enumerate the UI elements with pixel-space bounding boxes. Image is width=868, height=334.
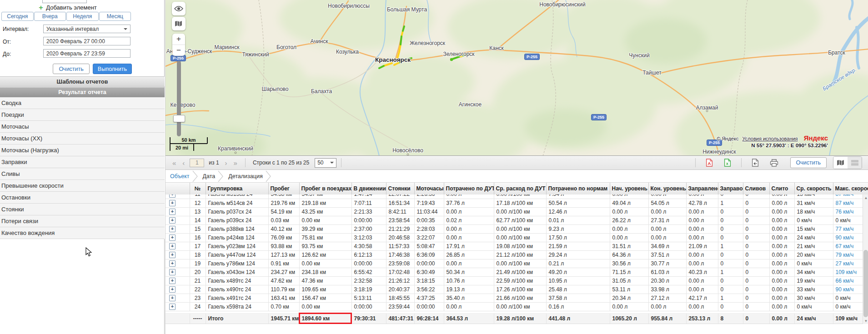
column-header[interactable]: Стоянки <box>386 183 414 194</box>
table-cell: 14 <box>190 216 206 224</box>
column-header[interactable]: Кон. уровень <box>648 183 686 194</box>
sidebar-item-моточасы[interactable]: Моточасы <box>0 121 165 133</box>
scroll-down-icon[interactable]: ▼ <box>863 318 868 324</box>
quick-range-button[interactable]: Месяц <box>99 12 131 21</box>
column-header[interactable]: Заправлено <box>686 183 718 194</box>
scrollbar-thumb[interactable] <box>863 250 868 317</box>
first-page-button[interactable]: « <box>172 159 176 167</box>
quick-range-button[interactable]: Неделя <box>66 12 99 21</box>
vertical-scrollbar[interactable]: ▲ ▼ <box>863 194 868 324</box>
interval-select[interactable]: Указанный интервал <box>43 25 130 33</box>
breadcrumb-item[interactable]: Объект <box>170 173 190 179</box>
table-cell: 26.22 л <box>610 216 648 224</box>
column-header[interactable] <box>166 183 190 194</box>
column-header[interactable]: Ср. расход по ДУТ <box>494 183 546 194</box>
expand-row-button[interactable]: + <box>169 278 176 284</box>
table-row: +14Газель р039сх 240.03 км0.00 км0:00:00… <box>166 216 868 224</box>
table-cell: 1945.71 км <box>268 313 299 324</box>
column-header[interactable]: Слито <box>769 183 794 194</box>
column-header[interactable]: Группировка <box>206 183 268 194</box>
column-header[interactable]: В движении <box>351 183 386 194</box>
column-header[interactable]: Ср. скорость <box>794 183 833 194</box>
expand-row-button[interactable]: + <box>169 269 176 275</box>
table-cell: 0.00 км <box>299 302 351 311</box>
column-header[interactable]: Нач. уровень <box>610 183 648 194</box>
table-cell: Газель р388кв 124 <box>206 224 268 233</box>
sidebar-item-заправки[interactable]: Заправки <box>0 156 165 168</box>
expand-row-button[interactable]: + <box>169 286 176 293</box>
page-number-input[interactable]: 1 <box>190 159 204 167</box>
column-header[interactable]: Потрачено по нормам <box>546 183 610 194</box>
table-cell: 0 <box>743 250 769 259</box>
breadcrumb-item[interactable]: Дата <box>203 173 216 179</box>
expand-row-button[interactable]: + <box>169 209 176 215</box>
table-cell: 0.00 л <box>686 302 718 311</box>
table-cell: 23:58:54 <box>386 216 414 224</box>
table-cell: 96:28:14 <box>414 313 444 324</box>
sidebar-item-стоянки[interactable]: Стоянки <box>0 204 165 215</box>
map-panel[interactable]: НовобирилюссыБольшая МуртаНовобирюсински… <box>166 0 868 156</box>
sidebar-item-поездки[interactable]: Поездки <box>0 109 165 121</box>
sidebar-item-превышение-скорости[interactable]: Превышение скорости <box>0 180 165 192</box>
table-cell: 9.23 л <box>546 224 610 233</box>
result-section-header[interactable]: Результат отчета <box>0 87 165 97</box>
layers-button[interactable] <box>172 17 186 30</box>
breadcrumb-item[interactable]: Детализация <box>228 173 262 179</box>
expand-row-button[interactable]: + <box>169 226 176 232</box>
zoom-slider-track[interactable] <box>177 61 181 136</box>
expand-row-button[interactable]: + <box>169 194 176 198</box>
to-date-input[interactable]: 2020 Февраль 27 23:59 <box>43 49 130 58</box>
from-date-input[interactable]: 2020 Февраль 27 00:00 <box>43 37 130 45</box>
sidebar-item-сливы[interactable]: Сливы <box>0 168 165 180</box>
page-size-select[interactable]: 50 <box>315 158 336 168</box>
expand-row-button[interactable]: + <box>169 295 176 301</box>
column-header[interactable]: № <box>190 183 206 194</box>
sidebar-item-моточасы-нагрузка-[interactable]: Моточасы (Нагрузка) <box>0 145 165 156</box>
sidebar-item-потери-связи[interactable]: Потери связи <box>0 215 165 227</box>
column-header[interactable]: Сливов <box>743 183 769 194</box>
sidebar-item-сводка[interactable]: Сводка <box>0 97 165 109</box>
split-rows-icon <box>851 160 859 166</box>
sidebar-item-качество-вождения[interactable]: Качество вождения <box>0 227 165 239</box>
scroll-up-icon[interactable]: ▲ <box>863 194 868 201</box>
last-page-button[interactable]: » <box>234 159 237 167</box>
export-file-button[interactable] <box>752 159 759 167</box>
export-excel-button[interactable]: x <box>724 159 731 167</box>
expand-row-button[interactable]: + <box>169 304 176 310</box>
column-header[interactable]: Потрачено по ДУТ <box>444 183 494 194</box>
clear-button[interactable]: Очистить <box>53 64 89 74</box>
zoom-out-button[interactable]: − <box>172 45 185 56</box>
split-view-toggle[interactable] <box>848 157 862 169</box>
expand-row-button[interactable]: + <box>169 234 176 241</box>
sidebar-item-остановки[interactable]: Остановки <box>0 192 165 204</box>
terms-link[interactable]: Условия использования <box>742 136 798 141</box>
export-pdf-button[interactable]: A <box>706 159 713 167</box>
next-page-button[interactable]: › <box>225 159 227 167</box>
table-cell: 0:00:00 <box>351 216 386 224</box>
zoom-slider-thumb[interactable] <box>173 115 185 122</box>
yandex-logo[interactable]: Яндекс <box>804 134 828 142</box>
prev-page-button[interactable]: ‹ <box>182 159 185 167</box>
run-button[interactable]: Выполнить <box>93 64 132 74</box>
templates-section-header[interactable]: Шаблоны отчетов <box>0 76 165 87</box>
zoom-in-button[interactable]: + <box>172 34 185 45</box>
sidebar-item-моточасы-хх-[interactable]: Моточасы (ХХ) <box>0 133 165 145</box>
column-header[interactable]: Пробег в поездках <box>299 183 351 194</box>
add-element-link[interactable]: ＋Добавить элемент <box>0 3 134 12</box>
expand-row-button[interactable]: + <box>169 200 176 206</box>
column-header[interactable]: Пробег <box>268 183 299 194</box>
quick-range-button[interactable]: Сегодня <box>1 12 34 21</box>
column-header[interactable]: Моточасы <box>414 183 444 194</box>
quick-range-button[interactable]: Вчера <box>34 12 66 21</box>
expand-row-button[interactable]: + <box>169 217 176 224</box>
column-header[interactable]: Макс. скорость <box>833 183 868 194</box>
table-cell: 17.26 л/100 км <box>494 285 546 294</box>
print-button[interactable] <box>770 159 778 167</box>
grid-clear-button[interactable]: Очистить <box>790 157 827 168</box>
expand-row-button[interactable]: + <box>169 260 176 267</box>
expand-row-button[interactable]: + <box>169 252 176 258</box>
map-view-toggle[interactable] <box>833 157 848 169</box>
visibility-button[interactable] <box>172 2 186 15</box>
expand-row-button[interactable]: + <box>169 243 176 249</box>
column-header[interactable]: Заправок <box>718 183 743 194</box>
